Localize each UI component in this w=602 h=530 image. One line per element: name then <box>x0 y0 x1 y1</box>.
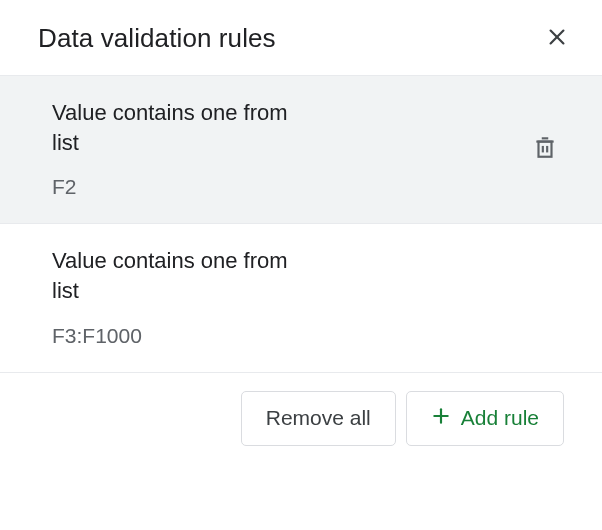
trash-icon <box>532 133 558 164</box>
close-button[interactable] <box>540 20 574 57</box>
add-rule-label: Add rule <box>461 406 539 430</box>
plus-icon <box>431 406 451 431</box>
panel-header: Data validation rules <box>0 0 602 75</box>
rule-item[interactable]: Value contains one from list F2 <box>0 75 602 224</box>
rule-range: F2 <box>52 175 510 199</box>
delete-rule-button[interactable] <box>526 127 564 170</box>
add-rule-button[interactable]: Add rule <box>406 391 564 446</box>
rules-list: Value contains one from list F2 Value co <box>0 75 602 373</box>
rule-item[interactable]: Value contains one from list F3:F1000 <box>0 224 602 372</box>
data-validation-panel: Data validation rules Value contains one… <box>0 0 602 530</box>
rule-title: Value contains one from list <box>52 246 302 305</box>
remove-all-label: Remove all <box>266 406 371 430</box>
rule-text: Value contains one from list F3:F1000 <box>52 246 564 347</box>
rule-title: Value contains one from list <box>52 98 302 157</box>
panel-footer: Remove all Add rule <box>0 373 602 446</box>
panel-title: Data validation rules <box>38 23 276 54</box>
rule-range: F3:F1000 <box>52 324 564 348</box>
remove-all-button[interactable]: Remove all <box>241 391 396 446</box>
rule-text: Value contains one from list F2 <box>52 98 510 199</box>
close-icon <box>546 26 568 51</box>
svg-rect-2 <box>539 142 552 157</box>
